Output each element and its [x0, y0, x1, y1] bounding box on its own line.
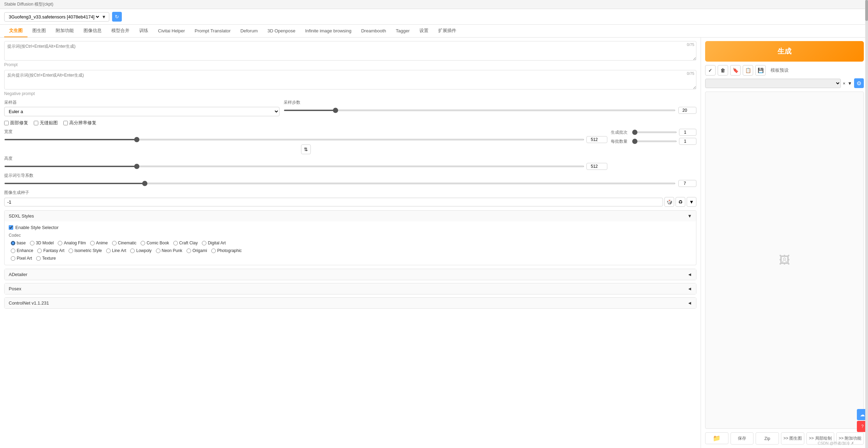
style-neon-punk[interactable]: Neon Punk — [154, 247, 184, 254]
recycle-seed-button[interactable]: ♻ — [676, 197, 685, 207]
batch-count-slider[interactable] — [632, 132, 677, 133]
style-cinematic-input[interactable] — [112, 241, 117, 245]
style-photographic-input[interactable] — [211, 249, 216, 253]
style-analog-film[interactable]: Analog Film — [56, 240, 88, 246]
sampler-dropdown[interactable]: Euler a — [4, 107, 279, 116]
style-fantasy-art[interactable]: Fantasy Art — [35, 247, 66, 254]
seed-input[interactable] — [4, 198, 663, 206]
tab-3d-openpose[interactable]: 3D Openpose — [263, 25, 300, 37]
steps-slider[interactable] — [284, 110, 676, 111]
tab-merge[interactable]: 模型合并 — [106, 25, 134, 37]
generate-button[interactable]: 生成 — [705, 41, 864, 62]
style-neon-punk-input[interactable] — [156, 249, 160, 253]
height-slider[interactable] — [4, 166, 584, 167]
style-craft-clay-input[interactable] — [173, 241, 178, 245]
style-analog-film-input[interactable] — [58, 241, 62, 245]
model-dropdown[interactable]: 3Guofeng3_v33.safetensors [4078eb4174] — [7, 14, 100, 20]
style-photographic[interactable]: Photographic — [209, 247, 244, 254]
folder-button[interactable]: 📁 — [705, 432, 728, 444]
adetailer-header[interactable]: ADetailer ◄ — [5, 269, 696, 280]
style-origami-input[interactable] — [187, 249, 191, 253]
tab-train[interactable]: 训练 — [134, 25, 153, 37]
scrollbar-area[interactable] — [865, 0, 868, 448]
width-input[interactable] — [586, 136, 607, 143]
save-template-button[interactable]: 💾 — [755, 65, 766, 76]
tab-prompt-translator[interactable]: Prompt Translator — [190, 25, 235, 37]
dice-button[interactable]: 🎲 — [664, 197, 674, 207]
height-input[interactable] — [586, 163, 607, 170]
bookmark-button[interactable]: 🔖 — [730, 65, 741, 76]
style-isometric-input[interactable] — [69, 249, 73, 253]
style-digital-art-input[interactable] — [202, 241, 206, 245]
style-isometric[interactable]: Isometric Style — [66, 247, 104, 254]
negative-prompt-input[interactable] — [4, 70, 696, 89]
batch-size-input[interactable] — [679, 138, 696, 145]
tab-pnginfo[interactable]: 图像信息 — [79, 25, 106, 37]
style-craft-clay[interactable]: Craft Clay — [171, 240, 200, 246]
hires-fix-input[interactable] — [63, 121, 68, 125]
style-anime-input[interactable] — [90, 241, 95, 245]
enable-style-selector-input[interactable] — [9, 225, 13, 230]
trash-button[interactable]: 🗑 — [718, 65, 728, 76]
style-3d-model[interactable]: 3D Model — [28, 240, 56, 246]
style-line-art[interactable]: Line Art — [104, 247, 128, 254]
style-enhance-input[interactable] — [11, 249, 15, 253]
controlnet-header[interactable]: ControlNet v1.1.231 ◄ — [5, 298, 696, 308]
cfg-slider[interactable] — [4, 183, 676, 184]
tab-deforum[interactable]: Deforum — [236, 25, 263, 37]
copy-button[interactable]: 📋 — [743, 65, 753, 76]
style-texture-input[interactable] — [36, 256, 41, 261]
tab-tagger[interactable]: Tagger — [391, 25, 415, 37]
style-anime[interactable]: Anime — [88, 240, 110, 246]
tab-dreambooth[interactable]: Dreambooth — [356, 25, 391, 37]
tab-img2img[interactable]: 图生图 — [27, 25, 51, 37]
extra-seed-button[interactable]: ▼ — [687, 197, 696, 207]
hires-fix-checkbox[interactable]: 高分辨率修复 — [63, 120, 96, 126]
batch-size-slider[interactable] — [632, 141, 677, 142]
template-dropdown[interactable] — [705, 79, 841, 88]
tab-civitai[interactable]: Civitai Helper — [153, 25, 190, 37]
checkmark-button[interactable]: ✓ — [705, 65, 716, 76]
cfg-input[interactable] — [678, 180, 696, 187]
style-cinematic[interactable]: Cinematic — [110, 240, 139, 246]
zip-button[interactable]: Zip — [756, 432, 779, 445]
face-restore-checkbox[interactable]: 面部修复 — [4, 120, 28, 126]
template-add-button[interactable]: ⚙ — [854, 78, 864, 88]
style-origami[interactable]: Origami — [184, 247, 209, 254]
positive-prompt-input[interactable] — [4, 41, 696, 61]
style-line-art-input[interactable] — [106, 249, 111, 253]
to-img2img-button[interactable]: >> 图生图 — [781, 432, 804, 445]
style-comic-book[interactable]: Comic Book — [139, 240, 171, 246]
style-fantasy-art-input[interactable] — [37, 249, 42, 253]
tiling-input[interactable] — [34, 121, 38, 125]
style-3d-model-input[interactable] — [30, 241, 34, 245]
width-slider[interactable] — [4, 139, 584, 140]
style-pixel-art-input[interactable] — [11, 256, 15, 261]
swap-dimensions-button[interactable]: ⇅ — [301, 144, 311, 154]
refresh-model-button[interactable]: ↻ — [112, 12, 122, 22]
style-base-input[interactable] — [11, 241, 15, 245]
posex-header[interactable]: Posex ◄ — [5, 283, 696, 294]
style-comic-book-input[interactable] — [141, 241, 145, 245]
scrollbar-thumb[interactable] — [865, 0, 868, 21]
steps-input[interactable] — [678, 107, 696, 114]
model-selector[interactable]: 3Guofeng3_v33.safetensors [4078eb4174] ▼ — [4, 12, 109, 22]
tab-settings[interactable]: 设置 — [415, 25, 433, 37]
style-digital-art[interactable]: Digital Art — [200, 240, 228, 246]
width-col: 宽度 — [4, 129, 607, 143]
style-lowpoly-input[interactable] — [130, 249, 135, 253]
style-texture[interactable]: Texture — [34, 255, 58, 261]
tab-extensions[interactable]: 扩展插件 — [433, 25, 461, 37]
tab-extras[interactable]: 附加功能 — [51, 25, 79, 37]
face-restore-input[interactable] — [4, 121, 9, 125]
save-button[interactable]: 保存 — [731, 432, 754, 445]
tab-txt2img[interactable]: 文生图 — [4, 25, 27, 37]
batch-count-input[interactable] — [679, 129, 696, 136]
style-lowpoly[interactable]: Lowpoly — [128, 247, 153, 254]
style-base[interactable]: base — [9, 240, 28, 246]
tiling-checkbox[interactable]: 无缝贴图 — [34, 120, 58, 126]
tab-image-browser[interactable]: Infinite image browsing — [300, 25, 356, 37]
style-pixel-art[interactable]: Pixel Art — [9, 255, 34, 261]
sdxl-styles-header[interactable]: SDXL Styles ▼ — [5, 211, 696, 221]
style-enhance[interactable]: Enhance — [9, 247, 35, 254]
